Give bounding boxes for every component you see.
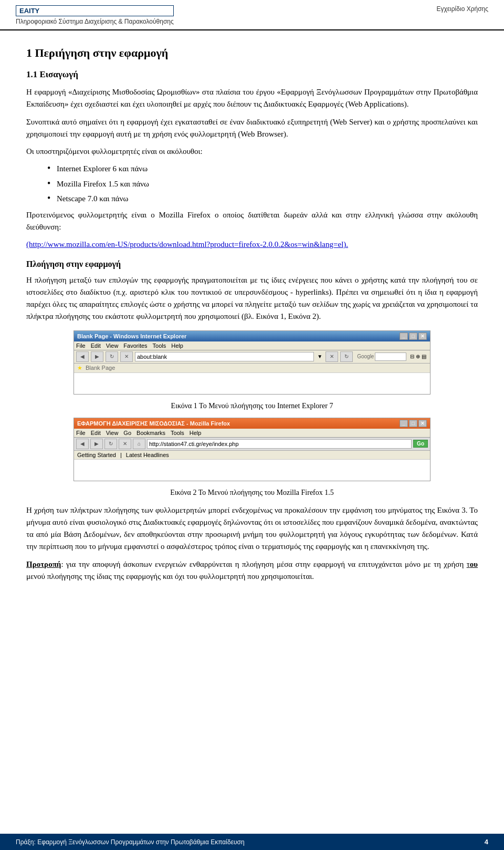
- main-content: 1 Περιήγηση στην εφαρμογή 1.1 Εισαγωγή Η…: [0, 30, 504, 598]
- ie-search-x[interactable]: ✕: [326, 351, 338, 362]
- ie-menubar: File Edit View Favorites Tools Help: [74, 341, 430, 350]
- ie-search-area: Google: [357, 353, 406, 361]
- ff-address-text: http://station47.cti.gr/eye/index.php: [149, 441, 239, 447]
- ff-menu-view[interactable]: View: [106, 430, 119, 436]
- ff-close-btn[interactable]: ✕: [418, 420, 427, 427]
- list-item: Internet Explorer 6 και πάνω: [47, 163, 478, 175]
- ie-menu-favorites[interactable]: Favorites: [123, 343, 147, 349]
- navigation-section-title: Πλοήγηση στην εφαρμογή: [26, 260, 478, 269]
- header-subtitle: Πληροφοριακό Σύστημα Διαχείρισης & Παρακ…: [16, 18, 174, 25]
- ie-address-text: about:blank: [137, 354, 167, 360]
- ff-maximize-btn[interactable]: □: [409, 420, 417, 427]
- ff-menubar: File Edit View Go Bookmarks Tools Help: [74, 429, 430, 438]
- ie-minimize-btn[interactable]: _: [400, 333, 408, 340]
- ff-menu-go[interactable]: Go: [123, 430, 131, 436]
- ff-title: ΕΦΑΡΜΟΓΗ ΔΙΑΧΕΙΡΙΣΗΣ ΜΙΣΟΔΟΣΙΑΣ - Mozill…: [77, 420, 230, 427]
- browser-nav-para-1: Η χρήση των πλήκτρων πλοήγησης των φυλλο…: [26, 504, 478, 553]
- ff-bookmarks-bar: Getting Started | Latest Headlines: [74, 451, 430, 460]
- ie-back-btn[interactable]: ◀: [76, 351, 89, 362]
- ff-menu-edit[interactable]: Edit: [91, 430, 101, 436]
- ie-toolbar: ◀ ▶ ↻ ✕ about:blank ▼ ✕ ↻ Google ⊟ ⊕ ▤: [74, 350, 430, 364]
- ie-stop-btn[interactable]: ✕: [120, 351, 133, 362]
- section-1-1-title: 1.1 Εισαγωγή: [26, 69, 478, 80]
- ie-close-btn[interactable]: ✕: [418, 333, 427, 340]
- intro-para-2: Συνοπτικά αυτό σημαίνει ότι η εφαρμογή έ…: [26, 116, 478, 141]
- header-manual-label: Εγχειρίδιο Χρήσης: [436, 5, 488, 13]
- intro-para-1: Η εφαρμογή «Διαχείρισης Μισθοδοσίας Ωρομ…: [26, 86, 478, 111]
- ff-menu-bookmarks[interactable]: Bookmarks: [136, 430, 165, 436]
- ff-menu-tools[interactable]: Tools: [171, 430, 184, 436]
- protropi-para: Προτροπή: για την αποφυγή άσκοπων ενεργε…: [26, 558, 478, 583]
- ie-star-icon: ★: [77, 365, 82, 371]
- ff-refresh-btn[interactable]: ↻: [104, 439, 117, 449]
- eaity-logo: EAITY: [16, 5, 174, 16]
- ff-content: [74, 460, 430, 481]
- ff-bookmark-separator: |: [120, 452, 122, 458]
- ff-toolbar: ◀ ▶ ↻ ✕ ⌂ http://station47.cti.gr/eye/in…: [74, 438, 430, 451]
- ie-menu-view[interactable]: View: [106, 343, 119, 349]
- list-item: Mozilla Firefox 1.5 και πάνω: [47, 178, 478, 190]
- ie-window: Blank Page - Windows Internet Explorer _…: [74, 331, 430, 394]
- section-1-title: 1 Περιήγηση στην εφαρμογή: [26, 46, 478, 60]
- ie-titlebar-buttons: _ □ ✕: [400, 333, 427, 340]
- footer-page: 4: [485, 838, 488, 846]
- ie-search-input[interactable]: [375, 353, 406, 361]
- firefox-download-link[interactable]: (http://www.mozilla.com/en-US/products/d…: [26, 240, 348, 248]
- ie-fav-item[interactable]: Blank Page: [86, 365, 115, 371]
- ie-content: [74, 373, 430, 394]
- ff-bookmark-2[interactable]: Latest Headlines: [126, 452, 169, 458]
- ie-search-refresh[interactable]: ↻: [340, 351, 353, 362]
- ff-screenshot-container: ΕΦΑΡΜΟΓΗ ΔΙΑΧΕΙΡΙΣΗΣ ΜΙΣΟΔΟΣΙΑΣ - Mozill…: [74, 418, 430, 481]
- ff-stop-btn[interactable]: ✕: [119, 439, 131, 449]
- ie-favbar: ★ Blank Page: [74, 364, 430, 373]
- intro-para-4: Προτεινόμενος φυλλομετρητής είναι ο Mozi…: [26, 209, 478, 234]
- ff-back-btn[interactable]: ◀: [76, 439, 89, 449]
- footer-label: Πράξη: Εφαρμογή Ξενόγλωσσων Προγραμμάτων…: [16, 838, 485, 846]
- caption-1: Εικόνα 1 Το Μενού πλοήγησης του Internet…: [26, 402, 478, 410]
- ie-menu-help[interactable]: Help: [171, 343, 183, 349]
- ff-forward-btn[interactable]: ▶: [90, 439, 103, 449]
- intro-para-3: Οι υποστηριζόμενοι φυλλομετρητές είναι ο…: [26, 146, 478, 158]
- ie-address-bar[interactable]: about:blank: [135, 352, 314, 361]
- ie-address-go[interactable]: ▼: [317, 354, 322, 359]
- ff-menu-help[interactable]: Help: [190, 430, 202, 436]
- protropi-label: Προτροπή: [26, 560, 61, 568]
- ie-titlebar: Blank Page - Windows Internet Explorer _…: [74, 331, 430, 341]
- header-left: EAITY Πληροφοριακό Σύστημα Διαχείρισης &…: [16, 5, 174, 25]
- ie-title: Blank Page - Windows Internet Explorer: [77, 333, 186, 339]
- ff-address-bar[interactable]: http://station47.cti.gr/eye/index.php: [147, 439, 412, 449]
- ff-menu-file[interactable]: File: [76, 430, 86, 436]
- list-item: Netscape 7.0 και πάνω: [47, 193, 478, 205]
- ie-refresh-btn[interactable]: ↻: [106, 351, 118, 362]
- ie-forward-btn[interactable]: ▶: [91, 351, 103, 362]
- ff-titlebar-buttons: _ □ ✕: [400, 420, 427, 427]
- ff-titlebar: ΕΦΑΡΜΟΓΗ ΔΙΑΧΕΙΡΙΣΗΣ ΜΙΣΟΔΟΣΙΑΣ - Mozill…: [74, 418, 430, 429]
- ff-minimize-btn[interactable]: _: [400, 420, 408, 427]
- caption-2: Εικόνα 2 Το Μενού πλοήγησης του Mozilla …: [26, 489, 478, 497]
- ff-go-btn[interactable]: Go: [413, 440, 428, 448]
- ie-search-label: Google: [357, 354, 374, 359]
- ff-window: ΕΦΑΡΜΟΓΗ ΔΙΑΧΕΙΡΙΣΗΣ ΜΙΣΟΔΟΣΙΑΣ - Mozill…: [74, 418, 430, 481]
- ie-menu-tools[interactable]: Tools: [153, 343, 166, 349]
- browser-list: Internet Explorer 6 και πάνω Mozilla Fir…: [47, 163, 478, 205]
- ie-menu-edit[interactable]: Edit: [91, 343, 101, 349]
- page-footer: Πράξη: Εφαρμογή Ξενόγλωσσων Προγραμμάτων…: [0, 834, 504, 850]
- page-header: EAITY Πληροφοριακό Σύστημα Διαχείρισης &…: [0, 0, 504, 30]
- ie-menu-file[interactable]: File: [76, 343, 86, 349]
- ff-bookmark-1[interactable]: Getting Started: [77, 452, 116, 458]
- ie-screenshot-container: Blank Page - Windows Internet Explorer _…: [74, 330, 430, 395]
- navigation-para-1: Η πλοήγηση μεταξύ των επιλογών της εφαρμ…: [26, 274, 478, 323]
- ie-maximize-btn[interactable]: □: [409, 333, 417, 340]
- ie-right-icons: ⊟ ⊕ ▤: [410, 354, 426, 359]
- ff-home-btn[interactable]: ⌂: [133, 439, 145, 449]
- firefox-link[interactable]: (http://www.mozilla.com/en-US/products/d…: [26, 239, 478, 251]
